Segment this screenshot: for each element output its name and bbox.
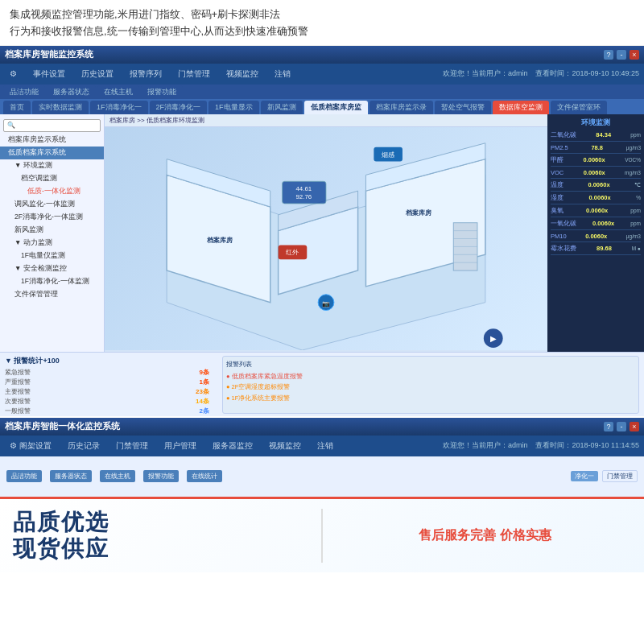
sidebar-item-filemgmt[interactable]: 文件保管管理 <box>0 288 104 301</box>
env-pm10-row: PM10 0.0060x μg/m3 <box>551 233 641 242</box>
tab-1f-purify[interactable]: 1F消毒净化一 <box>90 101 148 114</box>
sidebar-item-env[interactable]: ▼ 环境监测 <box>0 159 104 172</box>
svg-text:档案库房: 档案库房 <box>206 236 233 244</box>
nav2-gear[interactable]: ⚙ 阁架设置 <box>5 439 56 453</box>
nav2-time: 查看时间：2018-09-10 11:14:55 <box>535 441 639 449</box>
env-mold-label: 霉水花费 <box>551 245 576 253</box>
alert-normal-label: 一般报警 <box>5 407 31 415</box>
tab2-online[interactable]: 在线主机 <box>100 470 135 482</box>
sidebar-item-1f-meter[interactable]: 1F电量仪监测 <box>0 250 104 262</box>
env-co2-unit: ppm <box>630 132 641 138</box>
nav-event[interactable]: 事件设置 <box>28 67 70 81</box>
env-humid-label: 湿度 <box>551 194 564 202</box>
sidebar-item-ventil[interactable]: 调风监化-一体监测 <box>0 198 104 211</box>
nav-history[interactable]: 历史设置 <box>76 67 118 81</box>
tab2-alarm[interactable]: 报警功能 <box>143 470 179 482</box>
env-mold-unit: M ● <box>632 246 641 251</box>
nav2-door[interactable]: 门禁管理 <box>111 439 153 453</box>
nav-user: 欢迎您！当前用户：admin <box>443 69 534 77</box>
tab-file-room[interactable]: 文件保管室环 <box>551 101 607 114</box>
sidebar-item-aircon[interactable]: 档空调监测 <box>0 172 104 185</box>
nav-alarm[interactable]: 报警序列 <box>125 67 167 81</box>
sidebar-item-security[interactable]: ▼ 安全检测监控 <box>0 262 104 275</box>
env-co-row: 一氧化碳 0.0060x ppm <box>551 220 641 230</box>
nav2-history[interactable]: 历史记录 <box>63 439 105 453</box>
sidebar-1: 档案库房监示系统 低质档案库示系统 ▼ 环境监测 档空调监测 低质-一体化监测 … <box>0 114 105 352</box>
env-voc2-row: VOC 0.0060x mg/m3 <box>551 169 641 179</box>
top-text-section: 集成视频监控管理功能,米用进门指纹、密码+刷卡探测非法 行为和接收报警信息,统一… <box>0 0 644 46</box>
tab-db-monitor[interactable]: 数据库空监测 <box>493 101 549 114</box>
floor-plan-container: 档案库房 >> 低质档案库环境监测 <box>105 114 547 352</box>
nav-time: 查看时间：2018-09-10 10:49:25 <box>535 69 639 77</box>
navbar-1: ⚙ 事件设置 历史设置 报警序列 门禁管理 视频监控 注销 欢迎您！当前用户：a… <box>0 64 644 85</box>
sidebar-item-low[interactable]: 低质档案库示系统 <box>0 147 104 159</box>
maximize-button-2[interactable]: - <box>617 422 626 431</box>
tab-fresh-air[interactable]: 新风监测 <box>261 101 303 114</box>
env-pm25-unit: μg/m3 <box>626 145 641 151</box>
svg-text:档案库房: 档案库房 <box>405 208 431 216</box>
alert-serious-count: 1条 <box>200 378 209 386</box>
window-controls-2[interactable]: ? - × <box>604 422 639 431</box>
alert-minor-label: 次要报警 <box>5 397 31 406</box>
env-voc2-value: 0.0060x <box>584 169 605 176</box>
sidebar-search[interactable] <box>3 119 101 132</box>
close-button-2[interactable]: × <box>630 422 639 431</box>
tab-top-online[interactable]: 在线主机 <box>97 85 139 99</box>
tab-top-server[interactable]: 服务器状态 <box>47 85 96 99</box>
window-controls-1[interactable]: ? - × <box>604 50 639 60</box>
alert-serious: 严重报警 1条 <box>5 378 209 386</box>
env-voc-unit: VOC% <box>625 157 641 163</box>
ad-line1: 品质优选 <box>13 509 305 536</box>
nav2-user[interactable]: 用户管理 <box>159 439 201 453</box>
tab-2f-purify[interactable]: 2F消毒净化一 <box>150 101 208 114</box>
nav2-logout[interactable]: 注销 <box>312 439 338 453</box>
tab-top-jiejia[interactable]: 品洁功能 <box>3 85 45 99</box>
nav2-server[interactable]: 服务器监控 <box>208 439 258 453</box>
nav2-video[interactable]: 视频监控 <box>264 439 306 453</box>
top-line2: 行为和接收报警信息,统一传输到管理中心,从而达到快速准确预警 <box>10 23 634 40</box>
sidebar-item-integrated[interactable]: 低质-一体化监测 <box>0 185 104 198</box>
tab2-server[interactable]: 服务器状态 <box>50 470 92 482</box>
tab-1f-power[interactable]: 1F电量显示 <box>208 101 259 114</box>
minimize-button[interactable]: ? <box>604 50 613 60</box>
minimize-button-2[interactable]: ? <box>604 422 613 431</box>
tab-archive-show[interactable]: 档案库房监示录 <box>369 101 433 114</box>
env-title: 环境监测 <box>551 118 641 128</box>
sidebar-item-1f-purify[interactable]: 1F消毒净化-一体监测 <box>0 275 104 288</box>
tab2-door-mgmt[interactable]: 门禁管理 <box>602 470 638 482</box>
search-input[interactable] <box>7 122 97 129</box>
monitoring-system-1: 档案库房智能监控系统 ? - × ⚙ 事件设置 历史设置 报警序列 门禁管理 视… <box>0 46 644 416</box>
env-temp-unit: ℃ <box>634 182 641 188</box>
tab-realtime[interactable]: 实时数据监测 <box>32 101 89 114</box>
env-ozone-value: 0.0060x <box>586 207 608 214</box>
titlebar-2: 档案库房智能一体化监控系统 ? - × <box>0 418 644 436</box>
floor-plan-3d: 烟感 红外 44.61 92.76 📷 ▶ 档案库房 <box>105 127 547 350</box>
sidebar-item-2f[interactable]: 2F消毒净化-一体监测 <box>0 211 104 224</box>
nav-gear-icon[interactable]: ⚙ <box>5 68 22 80</box>
close-button[interactable]: × <box>630 50 639 60</box>
alert-urgent-label: 紧急报警 <box>5 368 31 377</box>
nav-door[interactable]: 门禁管理 <box>173 67 215 81</box>
tab-air-alarm[interactable]: 暂处空气报警 <box>435 101 491 114</box>
tab2-stats[interactable]: 在线统计 <box>187 470 222 482</box>
env-co2-label: 二氧化碳 <box>551 131 576 139</box>
env-co2-row: 二氧化碳 84.34 ppm <box>551 131 641 142</box>
tab-low-quality[interactable]: 低质档案库房监 <box>304 101 368 114</box>
alert-stats: ▼ 报警统计+100 紧急报警 9条 严重报警 1条 主要报警 23条 次要报警… <box>5 356 209 416</box>
sidebar-item-fresh[interactable]: 新风监测 <box>0 224 104 237</box>
tab2-net[interactable]: 净化一 <box>571 471 598 481</box>
nav-video[interactable]: 视频监控 <box>221 67 263 81</box>
tab2-purify[interactable]: 品洁功能 <box>6 470 42 482</box>
ad-sub-text: 售后服务完善 价格实惠 <box>339 527 631 544</box>
sidebar-item-power[interactable]: ▼ 动力监测 <box>0 237 104 250</box>
env-temp-label: 温度 <box>551 181 564 189</box>
tab-home[interactable]: 首页 <box>3 101 31 114</box>
alert-minor: 次要报警 14条 <box>5 397 209 406</box>
svg-text:烟感: 烟感 <box>382 151 394 158</box>
nav-logout[interactable]: 注销 <box>270 67 295 81</box>
tab-top-alarm[interactable]: 报警功能 <box>141 85 183 99</box>
env-co-unit: ppm <box>630 221 641 226</box>
env-voc-value: 0.0060x <box>584 156 605 163</box>
sidebar-item-main[interactable]: 档案库房监示系统 <box>0 134 104 147</box>
maximize-button[interactable]: - <box>617 50 626 60</box>
